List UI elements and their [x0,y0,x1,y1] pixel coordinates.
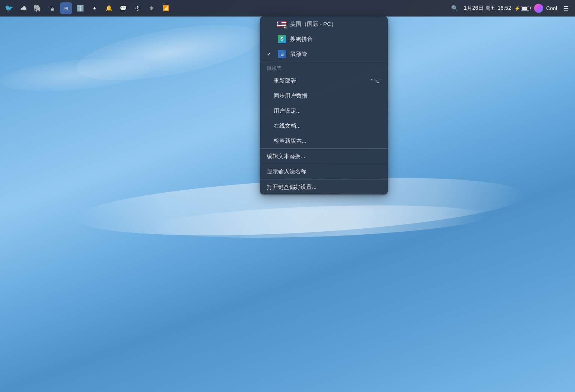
menubar-right-area: 🔍 1月26日 周五 16:52 ⚡ Cool ☰ [288,2,572,14]
check-updates-label: 检查新版本... [274,137,381,145]
redeploy-label: 重新部署 [274,77,366,84]
menubar: 🐦 ☁️ 🐘 🖥 ⊞ ℹ️ ✦ 🔔 💬 ⏱ ✱ 📶 🔍 1月26日 周五 16:… [0,0,575,17]
us-international-label: 美国（国际 - PC） [290,21,381,28]
notification-bell-icon[interactable]: 🔔 [103,2,115,14]
user-avatar[interactable] [534,4,543,13]
checkmark-icon: ✓ [267,51,274,57]
time-machine-icon[interactable]: ⏱ [131,2,143,14]
sogou-pinyin-item[interactable]: S 搜狗拼音 [260,32,388,47]
menubar-datetime: 1月26日 周五 16:52 [464,5,511,12]
sync-user-data-item[interactable]: 同步用户数据 [260,88,388,103]
squirrel-submenu-header: 鼠须管 [260,62,388,73]
user-settings-item[interactable]: 用户设定... [260,103,388,118]
text-replace-section: 编辑文本替换... [260,149,388,164]
edit-text-replace-label: 编辑文本替换... [267,153,381,160]
battery-indicator: ⚡ [514,6,531,11]
redeploy-shortcut: ⌃⌥` [370,78,381,84]
v2ex-icon[interactable]: ✦ [89,2,101,14]
wifi-icon[interactable]: 📶 [160,2,172,14]
show-input-method-name-item[interactable]: 显示输入法名称 [260,164,388,179]
open-keyboard-prefs-label: 打开键盘偏好设置... [267,184,381,191]
wechat-icon[interactable]: 💬 [117,2,129,14]
sync-user-data-label: 同步用户数据 [274,92,381,100]
cloud-decoration-2 [0,54,151,97]
typora-icon[interactable]: 🐦 [3,2,15,14]
input-methods-section: PC 美国（国际 - PC） S 搜狗拼音 ✓ ⊞ 鼠须管 [260,17,388,62]
edit-text-replace-item[interactable]: 编辑文本替换... [260,149,388,164]
disk-icon[interactable]: 🖥 [46,2,58,14]
check-empty [267,21,274,27]
squirrel-submenu-section: 鼠须管 重新部署 ⌃⌥` 同步用户数据 用户设定... 在线文档... 检查新版… [260,62,388,149]
open-keyboard-prefs-item[interactable]: 打开键盘偏好设置... [260,179,388,194]
online-docs-label: 在线文档... [274,122,381,130]
show-input-method-name-label: 显示输入法名称 [267,168,381,175]
keyboard-prefs-section: 打开键盘偏好设置... [260,179,388,194]
username-label: Cool [546,5,557,11]
show-input-name-section: 显示输入法名称 [260,164,388,179]
sogou-pinyin-label: 搜狗拼音 [290,36,381,43]
bluetooth-icon[interactable]: ✱ [146,2,158,14]
squirrel-icon: ⊞ [277,50,286,58]
user-settings-label: 用户设定... [274,107,381,115]
check-updates-item[interactable]: 检查新版本... [260,133,388,148]
online-docs-item[interactable]: 在线文档... [260,118,388,133]
input-method-dropdown: PC 美国（国际 - PC） S 搜狗拼音 ✓ ⊞ 鼠须管 鼠须管 重新部署 ⌃… [260,17,388,194]
squirrel-label: 鼠须管 [290,51,381,58]
sogou-icon: S [277,35,286,43]
squirrel-item[interactable]: ✓ ⊞ 鼠须管 [260,47,388,62]
us-international-item[interactable]: PC 美国（国际 - PC） [260,17,388,32]
menu-list-icon[interactable]: ☰ [560,2,572,14]
search-icon[interactable]: 🔍 [449,2,461,14]
check-empty-2 [267,36,274,42]
us-flag-icon: PC [277,20,286,28]
evernote-icon[interactable]: 🐘 [32,2,44,14]
redeploy-item[interactable]: 重新部署 ⌃⌥` [260,73,388,88]
info-circle-icon[interactable]: ℹ️ [74,2,86,14]
rime-input-icon[interactable]: ⊞ [60,2,72,14]
menubar-left-icons: 🐦 ☁️ 🐘 🖥 ⊞ ℹ️ ✦ 🔔 💬 ⏱ ✱ 📶 [3,2,288,14]
creative-cloud-icon[interactable]: ☁️ [17,2,29,14]
